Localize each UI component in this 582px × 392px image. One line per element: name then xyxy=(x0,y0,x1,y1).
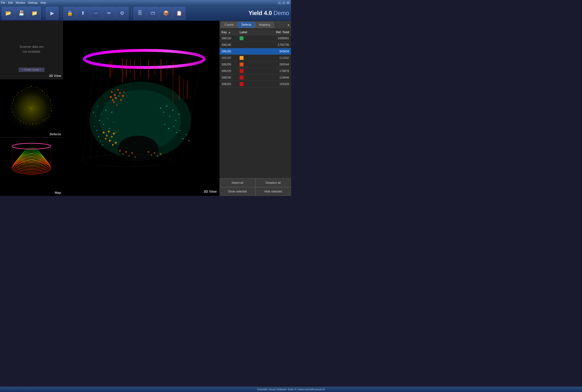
table-row[interactable]: 306180 514982 xyxy=(219,55,291,61)
svg-rect-85 xyxy=(130,59,131,73)
transform-tools: 🔒 ⬆ ↔ ✏ ⚙ xyxy=(63,7,128,20)
row-yield: 153325 xyxy=(267,82,289,86)
svg-point-124 xyxy=(123,92,124,92)
svg-point-98 xyxy=(99,120,100,121)
svg-point-10 xyxy=(38,123,39,123)
table-row[interactable]: 306240 119646 xyxy=(219,74,291,81)
svg-point-20 xyxy=(27,88,27,88)
svg-point-112 xyxy=(111,91,113,93)
table-row[interactable]: 306140 1792745 xyxy=(219,42,291,48)
svg-point-141 xyxy=(164,124,165,125)
svg-rect-150 xyxy=(183,79,183,99)
settings-icon: ⚙ xyxy=(120,10,124,16)
play-icon: ▶ xyxy=(50,10,54,16)
svg-rect-87 xyxy=(140,58,141,76)
row-color-swatch xyxy=(240,56,243,60)
play-button[interactable]: ▶ xyxy=(46,7,58,20)
edit-button[interactable]: ✏ xyxy=(103,7,115,20)
svg-rect-149 xyxy=(179,76,179,100)
show-selected-button[interactable]: Show selected xyxy=(219,187,255,196)
db2-button[interactable]: 🗃 xyxy=(147,7,159,20)
row-key: 306220 xyxy=(221,69,240,73)
svg-point-135 xyxy=(163,112,164,113)
save-icon: 💾 xyxy=(18,10,24,16)
deselect-all-button[interactable]: Deselect all xyxy=(255,178,291,187)
svg-point-120 xyxy=(113,101,115,103)
row-key: 306120 xyxy=(221,36,240,40)
svg-point-126 xyxy=(106,135,108,136)
defects-visualization xyxy=(0,79,63,138)
svg-point-44 xyxy=(30,110,31,111)
center-3d-view[interactable]: 3D View xyxy=(63,21,219,196)
svg-point-162 xyxy=(154,152,155,154)
svg-rect-81 xyxy=(110,61,110,78)
action-buttons: Select all Deselect all Show selected Hi… xyxy=(219,178,291,196)
svg-point-158 xyxy=(131,152,133,154)
menu-window[interactable]: Window xyxy=(16,1,25,4)
table-row[interactable]: 306160 943834 xyxy=(219,48,291,55)
tab-crystal[interactable]: Crystal xyxy=(221,22,237,28)
svg-rect-88 xyxy=(148,60,149,79)
svg-point-33 xyxy=(18,119,18,120)
select-all-button[interactable]: Select all xyxy=(219,178,255,187)
table-row[interactable]: 306200 283544 xyxy=(219,61,291,68)
svg-point-104 xyxy=(111,112,112,113)
svg-point-42 xyxy=(29,107,29,108)
svg-point-21 xyxy=(36,87,36,87)
svg-point-9 xyxy=(44,120,44,120)
open-button[interactable]: 📂 xyxy=(2,7,14,20)
menu-file[interactable]: File xyxy=(1,1,5,4)
tab-defects[interactable]: Defects xyxy=(238,22,255,28)
db1-button[interactable]: 🗄 xyxy=(133,7,146,20)
maximize-button[interactable]: □ xyxy=(282,1,285,4)
menu-help[interactable]: Help xyxy=(41,1,46,4)
db3-button[interactable]: 📦 xyxy=(160,7,172,20)
row-yield: 514982 xyxy=(267,56,289,60)
lock-button[interactable]: 🔒 xyxy=(63,7,76,20)
svg-point-26 xyxy=(51,108,51,108)
table-row[interactable]: 306255 153325 xyxy=(219,81,291,88)
save-button[interactable]: 💾 xyxy=(15,7,28,20)
table-row[interactable]: 306220 170878 xyxy=(219,68,291,74)
settings-button[interactable]: ⚙ xyxy=(116,7,128,20)
svg-point-24 xyxy=(48,97,48,98)
export-button[interactable]: 📁 xyxy=(28,7,41,20)
right-panel: Crystal Defects Mapping ▸ Key ▲ Label De… xyxy=(219,21,291,196)
svg-point-31 xyxy=(30,124,30,124)
table-row[interactable]: 306120 3395651 xyxy=(219,35,291,42)
move-lr-button[interactable]: ↔ xyxy=(90,7,102,20)
row-key: 306255 xyxy=(221,82,240,86)
svg-point-13 xyxy=(20,121,21,122)
svg-point-156 xyxy=(125,151,127,153)
db1-icon: 🗄 xyxy=(137,10,142,16)
row-color-swatch xyxy=(240,76,243,80)
col-header-yield: Def. Yield xyxy=(267,30,289,34)
svg-point-110 xyxy=(100,140,101,141)
svg-point-142 xyxy=(168,128,169,129)
defects-view-cell: Defects xyxy=(0,79,63,138)
collapse-button[interactable]: ▸ xyxy=(288,23,290,27)
tab-mapping[interactable]: Mapping xyxy=(255,22,274,28)
row-key: 306140 xyxy=(221,43,240,46)
svg-point-133 xyxy=(115,142,117,144)
create-crystal-button[interactable]: < Create crystal > xyxy=(19,68,44,72)
row-yield: 3395651 xyxy=(267,36,289,40)
open-icon: 📂 xyxy=(5,10,11,16)
hide-selected-button[interactable]: Hide selected xyxy=(255,187,291,196)
svg-point-146 xyxy=(182,138,183,139)
close-button[interactable]: ✕ xyxy=(286,1,290,4)
menu-edit[interactable]: Edit xyxy=(8,1,13,4)
svg-point-100 xyxy=(103,124,104,125)
svg-point-121 xyxy=(116,104,117,106)
svg-point-130 xyxy=(111,136,113,138)
db4-button[interactable]: 📋 xyxy=(173,7,185,20)
row-yield: 1792745 xyxy=(267,43,289,46)
col-header-key[interactable]: Key ▲ xyxy=(221,30,240,34)
row-yield: 943834 xyxy=(267,50,289,53)
svg-rect-91 xyxy=(167,60,167,76)
menu-settings[interactable]: Settings xyxy=(28,1,38,4)
defects-canvas xyxy=(0,79,63,138)
svg-point-101 xyxy=(105,110,106,111)
move-up-button[interactable]: ⬆ xyxy=(76,7,89,20)
minimize-button[interactable]: ─ xyxy=(278,1,282,4)
